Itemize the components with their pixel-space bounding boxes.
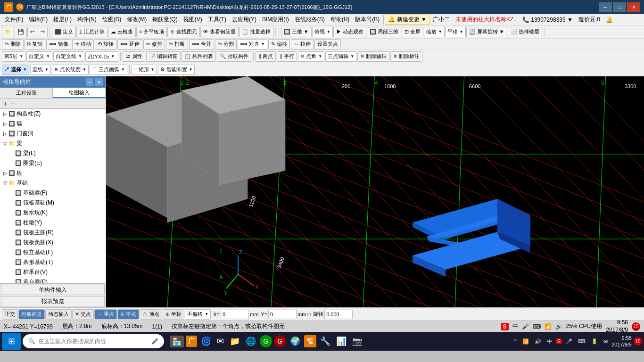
- edit-rebar-button[interactable]: 📝 编辑钢筋: [146, 51, 181, 62]
- menu-edit[interactable]: 编辑(E): [26, 15, 50, 25]
- offset-button[interactable]: ✎ 偏移: [268, 39, 290, 49]
- sidebar-minimize-button[interactable]: ─: [86, 78, 93, 86]
- menu-view[interactable]: 视图(V): [181, 15, 205, 25]
- sidebar-remove-button[interactable]: −: [9, 99, 16, 108]
- local-3d-button[interactable]: 🔲 局部三维: [367, 27, 401, 37]
- tree-item-raft-neg-rebar[interactable]: 🔲 筏板负筋(X): [0, 238, 106, 247]
- 3d-button[interactable]: 🔲 三维 ▼: [281, 27, 312, 37]
- set-grip-button[interactable]: 设置夹点: [314, 39, 341, 49]
- menu-help[interactable]: 帮助(H): [328, 15, 353, 25]
- tray-s-icon[interactable]: S: [556, 338, 562, 344]
- snap-button[interactable]: 对象捕提: [18, 309, 45, 320]
- extend-button[interactable]: ⟺ 延伸: [117, 39, 142, 49]
- save-button[interactable]: 💾: [15, 27, 27, 37]
- tree-item-column-cap[interactable]: 🔲 柱墩(Y): [0, 218, 106, 228]
- two-point-button[interactable]: ‖ 两点: [256, 51, 276, 62]
- open-button[interactable]: 📁: [2, 27, 14, 37]
- cloud-check-button[interactable]: ☁ 云检查: [108, 27, 136, 37]
- line-dropdown[interactable]: 直线: [30, 65, 51, 75]
- tray-keyboard[interactable]: ⌨: [576, 337, 587, 346]
- search-input[interactable]: [38, 338, 149, 345]
- three-point-axis-dropdown[interactable]: 三点辅轴: [325, 51, 356, 62]
- stretch-button[interactable]: ↔ 拉伸: [291, 39, 314, 49]
- pick-component-button[interactable]: 🔍 拾取构件: [217, 51, 251, 62]
- tree-item-wall[interactable]: ▷ 🔲 墙: [0, 119, 106, 129]
- point-length-dropdown[interactable]: ⊕ 点长线度: [52, 65, 89, 75]
- taskbar-mail-icon[interactable]: ✉: [215, 334, 226, 348]
- menu-modify[interactable]: 修改(M): [124, 15, 149, 25]
- merge-button[interactable]: ⟺ 合并: [189, 39, 214, 49]
- x-input[interactable]: [221, 310, 249, 319]
- pan-dropdown[interactable]: 平移: [445, 27, 466, 37]
- main-canvas[interactable]: 2·E 3 4 5 7 A A1 200 1800 6600 3300 1200: [106, 76, 644, 307]
- rotate-input[interactable]: [324, 310, 353, 319]
- tree-item-beam[interactable]: ▽ 📁 梁: [0, 139, 106, 148]
- fullscreen-button[interactable]: ⊡ 全屏: [402, 27, 423, 37]
- select-dropdown[interactable]: ↗ 选择: [2, 65, 29, 75]
- find-element-button[interactable]: ⊕ 查找图元: [167, 27, 199, 37]
- delete-axis-button[interactable]: ✕ 删除辅轴: [357, 51, 389, 62]
- split-button[interactable]: ✂ 分割: [215, 39, 237, 49]
- intersection-button[interactable]: ✕ 交点: [72, 309, 94, 320]
- tree-item-slab[interactable]: ▷ 🔲 板: [0, 168, 106, 178]
- coordinate-button[interactable]: ⊕ 坐标: [163, 309, 184, 320]
- calculate-button[interactable]: Σ 汇总计算: [76, 27, 107, 37]
- component-list-button[interactable]: 📋 构件列表: [182, 51, 216, 62]
- orthogonal-button[interactable]: 正交: [2, 309, 18, 320]
- parallel-button[interactable]: ‖ 平行: [277, 51, 297, 62]
- single-component-input-button[interactable]: 单构件输入: [1, 285, 105, 295]
- vertex-button[interactable]: △ 顶点: [140, 309, 162, 320]
- tree-item-pile-cap[interactable]: 🔲 桩承台(V): [0, 267, 106, 277]
- taskbar-red-icon[interactable]: G: [274, 335, 286, 347]
- floor-level-dropdown[interactable]: 第5层: [2, 51, 25, 62]
- taskbar-ie-icon[interactable]: 🌀: [199, 334, 213, 348]
- custom-line-dropdown[interactable]: 自定义线: [53, 51, 84, 62]
- taskbar-chart-icon[interactable]: 📊: [334, 334, 348, 348]
- rotate-button[interactable]: ⟲ 旋转: [95, 39, 116, 49]
- screen-rotate-button[interactable]: 🔄 屏幕旋转 ▼: [466, 27, 507, 37]
- delete-annotation-button[interactable]: ✕ 删除标注: [390, 51, 422, 62]
- mirror-button[interactable]: ⟺ 镜像: [46, 39, 71, 49]
- taskbar-store-icon[interactable]: 🏪: [170, 336, 184, 347]
- custom-dropdown[interactable]: 自定义: [26, 51, 52, 62]
- delete-button[interactable]: ✂ 删除: [2, 39, 24, 49]
- search-box[interactable]: 🔍 🎤: [23, 334, 164, 348]
- menu-rebar[interactable]: 钢筋量(Q): [149, 15, 180, 25]
- move-button[interactable]: ✛ 移动: [72, 39, 94, 49]
- copy-button[interactable]: ⎘ 复制: [25, 39, 45, 49]
- taskbar-green-icon[interactable]: G: [260, 335, 272, 347]
- three-point-arc-dropdown[interactable]: ⌒ 三点画弧: [90, 65, 127, 75]
- tray-ime[interactable]: 中: [545, 337, 554, 346]
- tray-notif[interactable]: 15: [634, 337, 642, 346]
- tree-item-isolated-foundation[interactable]: 🔲 独立基础(F): [0, 247, 106, 257]
- menu-component[interactable]: 构件(N): [74, 15, 99, 25]
- angle-dropdown[interactable]: ✕ 点角: [298, 51, 324, 62]
- tree-item-pit[interactable]: 🔲 集水坑(K): [0, 208, 106, 218]
- align-dropdown[interactable]: ⟺ 对齐: [238, 39, 267, 49]
- tree-item-structural-column[interactable]: ▷ 🔲 构造柱(Z): [0, 109, 106, 119]
- tree-item-raft-main-rebar[interactable]: 🔲 筏板主筋(R): [0, 228, 106, 238]
- tree-item-strip-foundation[interactable]: 🔲 条形基础(T): [0, 257, 106, 267]
- taskbar-orange-icon[interactable]: 🏗: [304, 335, 316, 347]
- menu-unused-column[interactable]: 未使用的柱大样名称KZ..: [453, 15, 520, 25]
- menu-cloud[interactable]: 云应用(Y): [229, 15, 259, 25]
- trim-button[interactable]: ✂ 修剪: [143, 39, 165, 49]
- tray-battery[interactable]: 🔋: [589, 337, 600, 346]
- align-top-button[interactable]: ≡ 齐平板顶: [136, 27, 167, 37]
- taskbar-chrome-icon[interactable]: 🌐: [244, 334, 258, 348]
- tray-mic[interactable]: 🎤: [564, 337, 574, 346]
- tray-network[interactable]: 📶: [520, 337, 531, 346]
- menu-tools[interactable]: 工具(T): [205, 15, 229, 25]
- view-dropdown[interactable]: 俯视: [312, 27, 333, 37]
- close-button[interactable]: ✕: [627, 2, 640, 12]
- tab-draw-input[interactable]: 绘图输入: [53, 88, 106, 98]
- rectangle-dropdown[interactable]: □ 矩形: [132, 65, 157, 75]
- menu-floor[interactable]: 楼层(L): [50, 15, 74, 25]
- tree-item-ring-beam[interactable]: 🔲 圈梁(E): [0, 158, 106, 168]
- select-floor-button[interactable]: ⬜ 选择楼层: [508, 27, 542, 37]
- menu-new-change[interactable]: 🔔 新建变更 ▼: [385, 15, 430, 25]
- tree-item-cap-beam[interactable]: 🔲 承台梁(P): [0, 277, 106, 283]
- midpoint-button[interactable]: ⊕ 中点: [117, 309, 139, 320]
- zoom-dropdown[interactable]: 缩放: [424, 27, 445, 37]
- menu-notify[interactable]: 🔔: [603, 16, 616, 24]
